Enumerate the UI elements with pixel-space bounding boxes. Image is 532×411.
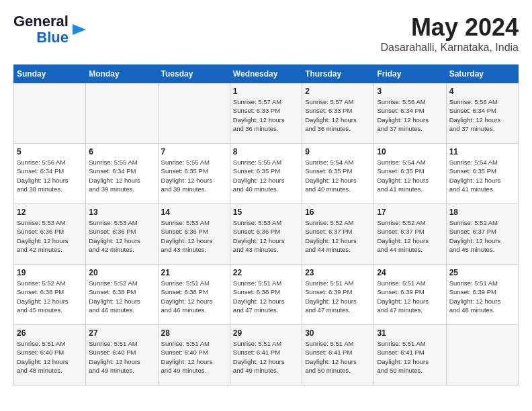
day-info: Sunrise: 5:56 AM Sunset: 6:34 PM Dayligh… <box>449 97 515 133</box>
day-info: Sunrise: 5:55 AM Sunset: 6:35 PM Dayligh… <box>161 158 227 193</box>
calendar-cell: 31Sunrise: 5:51 AM Sunset: 6:41 PM Dayli… <box>374 325 446 385</box>
day-number: 19 <box>17 268 83 277</box>
title-block: May 2024 Dasarahalli, Karnataka, India <box>381 13 519 54</box>
day-number: 15 <box>233 208 299 217</box>
day-info: Sunrise: 5:57 AM Sunset: 6:33 PM Dayligh… <box>305 97 371 133</box>
calendar-week-3: 12Sunrise: 5:53 AM Sunset: 6:36 PM Dayli… <box>14 204 519 265</box>
day-number: 16 <box>305 208 371 217</box>
day-info: Sunrise: 5:53 AM Sunset: 6:36 PM Dayligh… <box>17 218 83 254</box>
logo: General Blue <box>13 13 89 46</box>
day-number: 29 <box>233 328 299 338</box>
calendar-week-4: 19Sunrise: 5:52 AM Sunset: 6:38 PM Dayli… <box>14 265 519 325</box>
day-number: 31 <box>377 328 443 338</box>
calendar-cell: 12Sunrise: 5:53 AM Sunset: 6:36 PM Dayli… <box>14 204 86 265</box>
weekday-header-sunday: Sunday <box>14 65 86 83</box>
day-info: Sunrise: 5:54 AM Sunset: 6:35 PM Dayligh… <box>305 158 371 193</box>
day-number: 2 <box>305 87 371 96</box>
day-number: 7 <box>161 147 227 156</box>
day-info: Sunrise: 5:52 AM Sunset: 6:37 PM Dayligh… <box>377 218 443 254</box>
calendar-cell <box>86 83 158 144</box>
day-info: Sunrise: 5:54 AM Sunset: 6:35 PM Dayligh… <box>377 158 443 193</box>
calendar-cell: 28Sunrise: 5:51 AM Sunset: 6:40 PM Dayli… <box>158 325 230 385</box>
day-number: 1 <box>233 87 299 96</box>
calendar-cell <box>446 325 518 385</box>
calendar-cell: 8Sunrise: 5:55 AM Sunset: 6:35 PM Daylig… <box>230 144 302 204</box>
subtitle: Dasarahalli, Karnataka, India <box>381 42 519 54</box>
logo-text-general: General <box>13 13 69 30</box>
day-info: Sunrise: 5:51 AM Sunset: 6:39 PM Dayligh… <box>449 279 515 314</box>
day-number: 28 <box>161 328 227 338</box>
calendar-week-5: 26Sunrise: 5:51 AM Sunset: 6:40 PM Dayli… <box>14 325 519 385</box>
day-number: 26 <box>17 328 83 338</box>
calendar-cell: 9Sunrise: 5:54 AM Sunset: 6:35 PM Daylig… <box>302 144 374 204</box>
calendar-cell: 21Sunrise: 5:51 AM Sunset: 6:38 PM Dayli… <box>158 265 230 325</box>
calendar-week-2: 5Sunrise: 5:56 AM Sunset: 6:34 PM Daylig… <box>14 144 519 204</box>
calendar-cell: 10Sunrise: 5:54 AM Sunset: 6:35 PM Dayli… <box>374 144 446 204</box>
page-header: General Blue May 2024 Dasarahalli, Karna… <box>13 13 519 54</box>
day-number: 9 <box>305 147 371 156</box>
calendar-cell: 22Sunrise: 5:51 AM Sunset: 6:38 PM Dayli… <box>230 265 302 325</box>
main-title: May 2024 <box>381 13 519 42</box>
day-info: Sunrise: 5:55 AM Sunset: 6:34 PM Dayligh… <box>89 158 154 193</box>
day-info: Sunrise: 5:57 AM Sunset: 6:33 PM Dayligh… <box>233 97 299 133</box>
day-number: 13 <box>89 208 154 217</box>
day-info: Sunrise: 5:51 AM Sunset: 6:39 PM Dayligh… <box>377 279 443 314</box>
calendar-cell: 1Sunrise: 5:57 AM Sunset: 6:33 PM Daylig… <box>230 83 302 144</box>
weekday-header-row: SundayMondayTuesdayWednesdayThursdayFrid… <box>14 65 519 83</box>
day-info: Sunrise: 5:56 AM Sunset: 6:34 PM Dayligh… <box>17 158 83 193</box>
calendar-cell: 25Sunrise: 5:51 AM Sunset: 6:39 PM Dayli… <box>446 265 518 325</box>
day-info: Sunrise: 5:51 AM Sunset: 6:38 PM Dayligh… <box>233 279 299 314</box>
calendar-cell: 2Sunrise: 5:57 AM Sunset: 6:33 PM Daylig… <box>302 83 374 144</box>
calendar-cell: 11Sunrise: 5:54 AM Sunset: 6:35 PM Dayli… <box>446 144 518 204</box>
day-number: 8 <box>233 147 299 156</box>
calendar-cell: 5Sunrise: 5:56 AM Sunset: 6:34 PM Daylig… <box>14 144 86 204</box>
day-info: Sunrise: 5:51 AM Sunset: 6:39 PM Dayligh… <box>305 279 371 314</box>
day-info: Sunrise: 5:51 AM Sunset: 6:40 PM Dayligh… <box>17 339 83 375</box>
logo-text-blue: Blue <box>36 30 69 46</box>
day-number: 21 <box>161 268 227 277</box>
calendar-cell: 4Sunrise: 5:56 AM Sunset: 6:34 PM Daylig… <box>446 83 518 144</box>
calendar-cell: 19Sunrise: 5:52 AM Sunset: 6:38 PM Dayli… <box>14 265 86 325</box>
day-number: 30 <box>305 328 371 338</box>
calendar-cell: 7Sunrise: 5:55 AM Sunset: 6:35 PM Daylig… <box>158 144 230 204</box>
day-info: Sunrise: 5:51 AM Sunset: 6:41 PM Dayligh… <box>233 339 299 375</box>
day-info: Sunrise: 5:54 AM Sunset: 6:35 PM Dayligh… <box>449 158 515 193</box>
day-info: Sunrise: 5:52 AM Sunset: 6:37 PM Dayligh… <box>449 218 515 254</box>
calendar-cell: 16Sunrise: 5:52 AM Sunset: 6:37 PM Dayli… <box>302 204 374 265</box>
calendar-cell: 3Sunrise: 5:56 AM Sunset: 6:34 PM Daylig… <box>374 83 446 144</box>
calendar-cell: 29Sunrise: 5:51 AM Sunset: 6:41 PM Dayli… <box>230 325 302 385</box>
calendar-cell: 26Sunrise: 5:51 AM Sunset: 6:40 PM Dayli… <box>14 325 86 385</box>
day-number: 27 <box>89 328 154 338</box>
calendar-week-1: 1Sunrise: 5:57 AM Sunset: 6:33 PM Daylig… <box>14 83 519 144</box>
calendar-cell <box>14 83 86 144</box>
day-number: 6 <box>89 147 154 156</box>
calendar-cell: 23Sunrise: 5:51 AM Sunset: 6:39 PM Dayli… <box>302 265 374 325</box>
day-info: Sunrise: 5:56 AM Sunset: 6:34 PM Dayligh… <box>377 97 443 133</box>
day-number: 17 <box>377 208 443 217</box>
calendar-cell: 27Sunrise: 5:51 AM Sunset: 6:40 PM Dayli… <box>86 325 158 385</box>
calendar-table: SundayMondayTuesdayWednesdayThursdayFrid… <box>13 64 519 385</box>
svg-marker-0 <box>73 24 86 35</box>
day-number: 18 <box>449 208 515 217</box>
day-number: 4 <box>449 87 515 96</box>
day-number: 25 <box>449 268 515 277</box>
weekday-header-wednesday: Wednesday <box>230 65 302 83</box>
day-info: Sunrise: 5:51 AM Sunset: 6:40 PM Dayligh… <box>89 339 154 375</box>
day-info: Sunrise: 5:51 AM Sunset: 6:40 PM Dayligh… <box>161 339 227 375</box>
day-number: 12 <box>17 208 83 217</box>
weekday-header-thursday: Thursday <box>302 65 374 83</box>
day-info: Sunrise: 5:52 AM Sunset: 6:37 PM Dayligh… <box>305 218 371 254</box>
calendar-cell: 20Sunrise: 5:52 AM Sunset: 6:38 PM Dayli… <box>86 265 158 325</box>
day-number: 10 <box>377 147 443 156</box>
day-number: 20 <box>89 268 154 277</box>
day-info: Sunrise: 5:53 AM Sunset: 6:36 PM Dayligh… <box>161 218 227 254</box>
calendar-cell: 15Sunrise: 5:53 AM Sunset: 6:36 PM Dayli… <box>230 204 302 265</box>
day-number: 14 <box>161 208 227 217</box>
weekday-header-tuesday: Tuesday <box>158 65 230 83</box>
calendar-cell: 17Sunrise: 5:52 AM Sunset: 6:37 PM Dayli… <box>374 204 446 265</box>
day-info: Sunrise: 5:52 AM Sunset: 6:38 PM Dayligh… <box>17 279 83 314</box>
calendar-cell: 30Sunrise: 5:51 AM Sunset: 6:41 PM Dayli… <box>302 325 374 385</box>
day-info: Sunrise: 5:53 AM Sunset: 6:36 PM Dayligh… <box>233 218 299 254</box>
calendar-cell: 6Sunrise: 5:55 AM Sunset: 6:34 PM Daylig… <box>86 144 158 204</box>
calendar-cell: 13Sunrise: 5:53 AM Sunset: 6:36 PM Dayli… <box>86 204 158 265</box>
